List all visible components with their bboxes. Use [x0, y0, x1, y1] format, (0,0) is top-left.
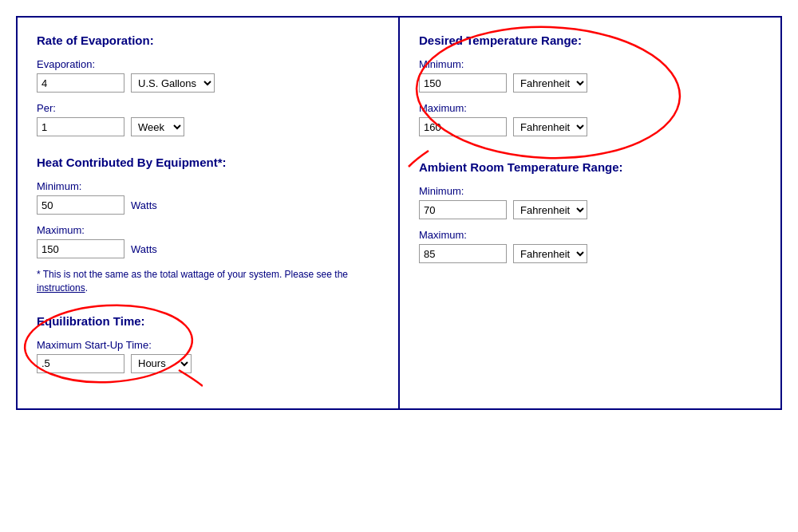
ambient-max-field-group: Maximum: Fahrenheit Celsius: [419, 229, 761, 263]
footnote-text: * This is not the same as the total watt…: [37, 269, 348, 280]
heat-max-field-group: Maximum: Watts: [37, 224, 379, 258]
ambient-min-input[interactable]: [419, 200, 507, 219]
equilibration-title: Equilibration Time:: [37, 314, 379, 328]
ambient-max-row: Fahrenheit Celsius: [419, 244, 761, 263]
desired-max-label: Maximum:: [419, 102, 761, 114]
ambient-min-label: Minimum:: [419, 185, 761, 197]
evaporation-title: Rate of Evaporation:: [37, 33, 379, 47]
instructions-link[interactable]: instructions: [37, 282, 85, 294]
heat-min-label: Minimum:: [37, 180, 379, 192]
per-unit-select[interactable]: Week Day Month: [131, 117, 184, 136]
heat-footnote: * This is not the same as the total watt…: [37, 268, 379, 295]
ambient-min-unit-select[interactable]: Fahrenheit Celsius: [513, 200, 587, 219]
per-row: Week Day Month: [37, 117, 379, 136]
desired-max-input[interactable]: [419, 117, 507, 136]
heat-max-row: Watts: [37, 239, 379, 258]
heat-min-row: Watts: [37, 195, 379, 215]
desired-min-label: Minimum:: [419, 58, 761, 70]
ambient-min-row: Fahrenheit Celsius: [419, 200, 761, 219]
equilibration-section: Equilibration Time: Maximum Start-Up Tim…: [37, 314, 379, 373]
right-panel: Desired Temperature Range: Minimum: Fahr…: [399, 16, 782, 410]
evaporation-unit-select[interactable]: U.S. Gallons Liters Gallons (UK): [131, 73, 215, 93]
desired-min-row: Fahrenheit Celsius: [419, 73, 761, 93]
main-container: Rate of Evaporation: Evaporation: U.S. G…: [16, 16, 782, 410]
heat-min-input[interactable]: [37, 195, 124, 215]
footnote-suffix: .: [85, 282, 88, 294]
evaporation-field-group: Evaporation: U.S. Gallons Liters Gallons…: [37, 58, 379, 93]
desired-max-unit-select[interactable]: Fahrenheit Celsius: [513, 117, 587, 136]
evaporation-label: Evaporation:: [37, 58, 379, 70]
ambient-max-unit-select[interactable]: Fahrenheit Celsius: [513, 244, 587, 263]
desired-min-field-group: Minimum: Fahrenheit Celsius: [419, 58, 761, 93]
ambient-max-label: Maximum:: [419, 229, 761, 241]
desired-min-unit-select[interactable]: Fahrenheit Celsius: [513, 73, 587, 93]
left-panel: Rate of Evaporation: Evaporation: U.S. G…: [16, 16, 399, 410]
per-field-group: Per: Week Day Month: [37, 102, 379, 136]
evaporation-section: Rate of Evaporation: Evaporation: U.S. G…: [37, 33, 379, 136]
startup-input[interactable]: [37, 354, 124, 373]
evaporation-row: U.S. Gallons Liters Gallons (UK): [37, 73, 379, 93]
ambient-max-input[interactable]: [419, 244, 507, 263]
desired-temp-section: Desired Temperature Range: Minimum: Fahr…: [419, 33, 761, 136]
startup-unit-select[interactable]: Hours Minutes Days: [131, 354, 192, 373]
desired-max-field-group: Maximum: Fahrenheit Celsius: [419, 102, 761, 136]
startup-label: Maximum Start-Up Time:: [37, 339, 379, 351]
desired-temp-title: Desired Temperature Range:: [419, 33, 761, 47]
heat-min-field-group: Minimum: Watts: [37, 180, 379, 215]
heat-equipment-section: Heat Contributed By Equipment*: Minimum:…: [37, 156, 379, 295]
heat-min-unit: Watts: [131, 199, 157, 211]
ambient-temp-section: Ambient Room Temperature Range: Minimum:…: [419, 160, 761, 263]
evaporation-input[interactable]: [37, 73, 124, 93]
heat-max-input[interactable]: [37, 239, 124, 258]
ambient-temp-title: Ambient Room Temperature Range:: [419, 160, 761, 174]
heat-max-unit: Watts: [131, 243, 157, 255]
ambient-min-field-group: Minimum: Fahrenheit Celsius: [419, 185, 761, 219]
startup-field-group: Maximum Start-Up Time: Hours Minutes Day…: [37, 339, 379, 373]
per-input[interactable]: [37, 117, 124, 136]
heat-equipment-title: Heat Contributed By Equipment*:: [37, 156, 379, 169]
desired-max-row: Fahrenheit Celsius: [419, 117, 761, 136]
desired-min-input[interactable]: [419, 73, 507, 93]
startup-row: Hours Minutes Days: [37, 354, 379, 373]
heat-max-label: Maximum:: [37, 224, 379, 236]
per-label: Per:: [37, 102, 379, 114]
